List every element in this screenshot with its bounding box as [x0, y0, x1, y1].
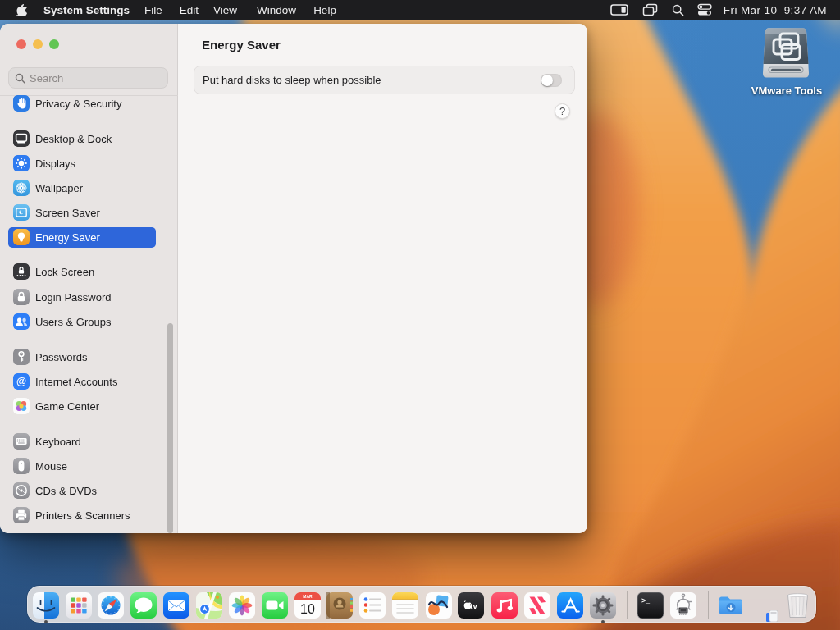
- svg-text:MAR: MAR: [303, 594, 313, 599]
- svg-text:@: @: [16, 376, 26, 387]
- svg-text:10: 10: [300, 602, 315, 616]
- svg-text:tv: tv: [470, 601, 477, 610]
- svg-text:>_: >_: [641, 597, 651, 605]
